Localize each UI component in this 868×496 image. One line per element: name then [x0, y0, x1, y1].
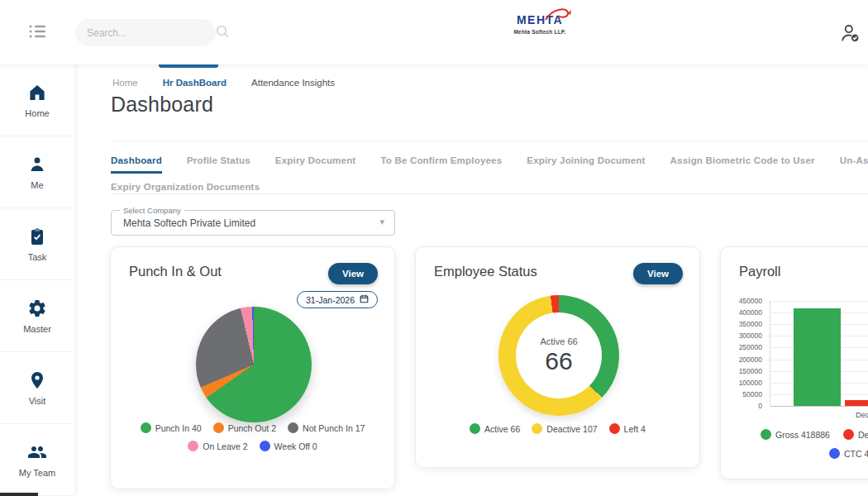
gridline	[770, 406, 868, 407]
legend-dot	[470, 423, 480, 434]
legend-item: Left 4	[609, 423, 646, 434]
punch-view-button[interactable]: View	[328, 263, 378, 284]
tab-unassigned-biometric-code[interactable]: Un-Assigned Biometric Code	[840, 149, 868, 174]
legend-dot	[213, 422, 224, 433]
y-tick-label: 0	[758, 403, 762, 409]
tab-assign-biometric-code[interactable]: Assign Biometric Code to User	[670, 149, 815, 174]
legend-item: Not Punch In 17	[288, 422, 365, 433]
deduction-bar	[845, 400, 868, 406]
legend-item: On Leave 2	[188, 441, 247, 451]
legend-dot	[260, 441, 270, 451]
punch-pie-chart	[196, 307, 312, 422]
user-check-icon[interactable]	[838, 21, 861, 45]
legend-dot	[829, 448, 840, 459]
legend-dot	[188, 441, 198, 451]
legend-item: Gross 418886	[761, 429, 830, 440]
legend-dot	[843, 429, 854, 440]
tab-expiry-joining-document[interactable]: Expiry Joining Document	[527, 149, 645, 174]
top-header: MEHTA Mehta Softech LLP.	[0, 0, 868, 64]
tab-dashboard[interactable]: Dashboard	[111, 149, 162, 174]
sidebar-item-label: Visit	[29, 396, 46, 406]
breadcrumb: Home Hr DashBoard Attendance Insights	[112, 78, 335, 88]
sidebar-item-label: Master	[23, 324, 51, 334]
sidebar-item-home[interactable]: Home	[0, 64, 74, 136]
sidebar-item-my-team[interactable]: My Team	[0, 424, 74, 496]
menu-list-icon[interactable]	[28, 23, 50, 40]
employee-view-button[interactable]: View	[633, 263, 683, 284]
gross-bar	[794, 308, 841, 406]
tab-profile-status[interactable]: Profile Status	[187, 149, 250, 174]
tab-expiry-document[interactable]: Expiry Document	[275, 149, 356, 174]
employee-legend: Active 66 Deactive 107 Left 4	[416, 423, 699, 434]
y-tick-label: 200000	[739, 356, 762, 363]
company-logo: MEHTA Mehta Softech LLP.	[503, 13, 577, 35]
main-content: Home Hr DashBoard Attendance Insights Da…	[74, 64, 868, 496]
search-input[interactable]	[87, 27, 215, 39]
y-tick-label: 250000	[739, 344, 762, 351]
tabs-divider	[111, 193, 868, 194]
search-box	[75, 19, 216, 46]
y-tick-label: 100000	[739, 379, 762, 386]
sidebar-item-visit[interactable]: Visit	[0, 352, 74, 424]
dashboard-tabs: Dashboard Profile Status Expiry Document…	[111, 149, 868, 198]
payroll-legend-row1: Gross 418886 Deduction	[761, 429, 868, 440]
legend-item: CTC 4	[829, 448, 868, 459]
y-tick-label: 300000	[739, 332, 762, 339]
breadcrumb-active-indicator	[159, 64, 218, 68]
company-select[interactable]: Select Company Mehta Softech Private Lim…	[111, 210, 395, 236]
payroll-x-label: Deduction	[856, 410, 868, 419]
title-divider	[111, 141, 868, 141]
sidebar-item-label: Me	[31, 180, 43, 190]
breadcrumb-attendance-insights[interactable]: Attendance Insights	[251, 78, 335, 88]
employee-donut-chart: Active 66 66	[498, 295, 619, 416]
y-tick-label: 150000	[739, 368, 762, 374]
gear-icon	[27, 298, 47, 318]
task-clipboard-icon	[27, 227, 47, 246]
legend-item: Punch In 40	[141, 422, 202, 433]
sidebar-item-label: Task	[28, 252, 47, 262]
team-icon	[26, 442, 48, 462]
donut-center: Active 66 66	[516, 312, 602, 398]
breadcrumb-hr-dashboard[interactable]: Hr DashBoard	[163, 78, 227, 88]
card-title: Payroll	[739, 264, 780, 279]
payroll-legend-row2: CTC 4	[829, 448, 868, 459]
date-picker[interactable]: 31-Jan-2026	[297, 291, 378, 308]
legend-item: Deduction	[843, 429, 868, 440]
employee-status-card: Employee Status View Active 66 66 Active…	[415, 246, 700, 468]
y-tick-label: 350000	[739, 321, 762, 327]
company-select-label: Select Company	[120, 206, 184, 215]
search-icon	[215, 24, 230, 42]
y-tick-label: 50000	[742, 391, 762, 398]
legend-dot	[141, 422, 151, 433]
breadcrumb-home[interactable]: Home	[112, 78, 138, 88]
card-title: Employee Status	[434, 264, 537, 279]
punch-legend: Punch In 40 Punch Out 2 Not Punch In 17 …	[111, 422, 394, 451]
legend-dot	[761, 429, 771, 440]
bottom-scroll-edge	[0, 493, 38, 496]
legend-dot	[609, 423, 620, 434]
legend-dot	[288, 422, 298, 433]
punch-in-out-card: Punch In & Out View 31-Jan-2026 Punch In…	[110, 246, 395, 489]
payroll-card: Payroll 45000040000035000030000025000020…	[720, 246, 868, 479]
payroll-bar-chart	[770, 301, 868, 406]
sidebar-item-master[interactable]: Master	[0, 280, 74, 352]
card-title: Punch In & Out	[129, 264, 222, 279]
legend-dot	[532, 423, 542, 434]
logo-swoosh-icon	[541, 7, 574, 23]
tab-to-be-confirm-employees[interactable]: To Be Confirm Employees	[380, 149, 502, 174]
y-tick-label: 400000	[739, 309, 762, 316]
sidebar-item-me[interactable]: Me	[0, 136, 74, 208]
legend-item: Deactive 107	[532, 423, 597, 434]
gridline	[770, 301, 868, 302]
company-select-value: Mehta Softech Private Limited	[123, 217, 255, 229]
calendar-icon	[360, 294, 369, 305]
page-title: Dashboard	[111, 93, 213, 117]
person-icon	[27, 155, 47, 174]
donut-center-value: 66	[545, 347, 572, 375]
home-icon	[26, 83, 48, 103]
legend-item: Punch Out 2	[213, 422, 276, 433]
sidebar-item-label: Home	[25, 108, 49, 118]
legend-item: Active 66	[470, 423, 520, 434]
chevron-down-icon: ▾	[379, 217, 384, 227]
sidebar-item-task[interactable]: Task	[0, 208, 74, 280]
